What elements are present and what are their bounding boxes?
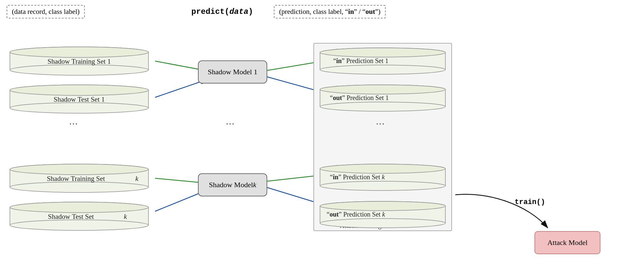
svg-text:Shadow Test Set: Shadow Test Set <box>48 213 94 221</box>
train-label: train() <box>515 198 545 206</box>
svg-text:k: k <box>124 213 127 221</box>
svg-point-45 <box>320 65 445 74</box>
cylinder-shadow-test-1: Shadow Test Set 1 <box>7 84 152 114</box>
svg-point-29 <box>10 182 148 192</box>
svg-text:Shadow Training Set 1: Shadow Training Set 1 <box>48 57 111 65</box>
cylinder-out-pred-k: “out” Prediction Set k <box>317 201 449 229</box>
svg-point-22 <box>10 103 148 113</box>
svg-text:“in” Prediction Set k: “in” Prediction Set k <box>330 173 385 181</box>
cylinder-shadow-train-1: Shadow Training Set 1 <box>7 46 152 76</box>
svg-text:“out” Prediction Set 1: “out” Prediction Set 1 <box>330 94 389 101</box>
svg-point-30 <box>10 164 148 175</box>
svg-text:Shadow Test Set 1: Shadow Test Set 1 <box>53 95 105 103</box>
svg-point-46 <box>320 48 445 57</box>
svg-text:“in” Prediction Set 1: “in” Prediction Set 1 <box>333 57 388 64</box>
dots-right: ··· <box>376 119 385 129</box>
shadow-model-k: Shadow Model k <box>198 173 267 196</box>
svg-point-67 <box>320 201 445 211</box>
svg-point-66 <box>320 219 445 228</box>
cylinder-shadow-test-k: Shadow Test Set k <box>7 201 152 231</box>
predict-label: predict(data) <box>191 7 253 16</box>
dots-left: ··· <box>69 119 78 129</box>
cylinder-in-pred-1: “in” Prediction Set 1 <box>317 47 449 75</box>
svg-text:“out” Prediction Set k: “out” Prediction Set k <box>327 211 385 218</box>
svg-point-15 <box>10 65 148 75</box>
svg-point-37 <box>10 220 148 230</box>
cylinder-in-pred-k: “in” Prediction Set k <box>317 163 449 191</box>
svg-point-16 <box>10 47 148 57</box>
output-label-box: (prediction, class label, “in” / “out”) <box>274 5 386 18</box>
svg-point-52 <box>320 102 445 111</box>
svg-text:k: k <box>135 175 139 183</box>
attack-model-box: Attack Model <box>534 231 600 254</box>
svg-point-23 <box>10 85 148 95</box>
shadow-model-1: Shadow Model 1 <box>198 60 267 84</box>
svg-point-59 <box>320 181 445 190</box>
svg-point-53 <box>320 85 445 94</box>
svg-point-38 <box>10 202 148 213</box>
cylinder-shadow-train-k: Shadow Training Set k <box>7 163 152 193</box>
input-label-box: (data record, class label) <box>7 5 85 18</box>
cylinder-out-pred-1: “out” Prediction Set 1 <box>317 84 449 112</box>
svg-text:Shadow Training Set: Shadow Training Set <box>47 175 105 183</box>
svg-point-60 <box>320 164 445 173</box>
diagram: (data record, class label) predict(data)… <box>0 0 644 274</box>
dots-middle: ··· <box>226 119 235 129</box>
